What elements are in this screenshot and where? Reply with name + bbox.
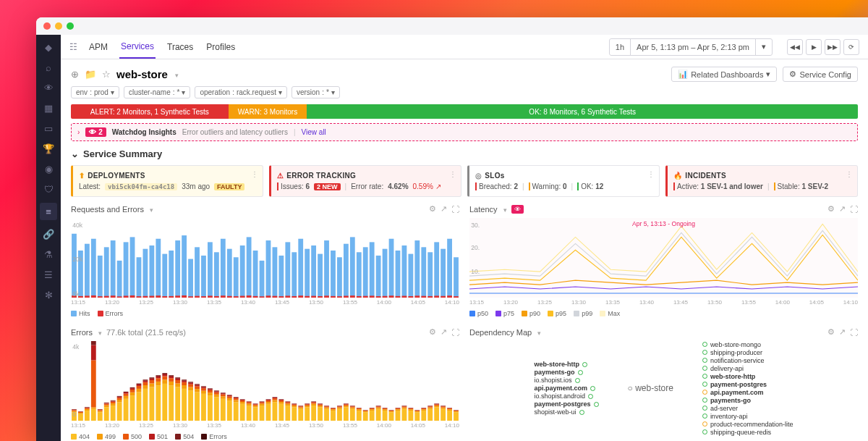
svg-rect-67 [117, 296, 122, 298]
svg-rect-231 [201, 387, 206, 388]
trophy-icon[interactable]: 🏆 [42, 142, 55, 155]
time-picker[interactable]: 1h Apr 5, 1:13 pm – Apr 5, 2:13 pm ▾ [609, 38, 773, 56]
svg-rect-416 [441, 406, 446, 407]
fullscreen-icon[interactable]: ⛶ [850, 328, 858, 337]
close-dot[interactable] [43, 22, 51, 30]
svg-rect-4 [98, 256, 103, 298]
svg-rect-148 [98, 412, 103, 421]
link-icon[interactable]: 🔗 [42, 227, 55, 240]
svg-rect-34 [292, 252, 297, 298]
svg-rect-350 [357, 408, 362, 409]
security-icon[interactable]: 🛡 [42, 182, 55, 196]
service-config-button[interactable]: ⚙ Service Config [783, 67, 858, 82]
svg-rect-378 [396, 411, 401, 421]
deployments-card[interactable]: ⬆DEPLOYMENTS ⋮ Latest: vbi5ck04fm-ca4c18… [71, 165, 263, 197]
maximize-dot[interactable] [67, 22, 74, 30]
export-icon[interactable]: ↗ [441, 204, 447, 214]
watchdog-icon[interactable]: 👁 [511, 205, 524, 214]
svg-rect-330 [331, 408, 336, 409]
slo-card[interactable]: ◎SLOs ⋮ Breached: 2 | Warning: 0 | OK: 1… [467, 165, 660, 197]
svg-rect-105 [363, 296, 368, 298]
svg-rect-216 [182, 381, 187, 382]
filter-cluster[interactable]: cluster-name:* ▾ [124, 86, 191, 98]
nav-traces[interactable]: Traces [166, 36, 195, 58]
svg-rect-25 [234, 257, 239, 298]
card-menu-icon[interactable]: ⋮ [251, 170, 258, 178]
time-fwd-icon[interactable]: ▶▶ [825, 39, 841, 55]
svg-rect-159 [111, 403, 116, 406]
service-name: web-store [116, 68, 168, 80]
flask-icon[interactable]: ⚗ [42, 248, 55, 261]
status-ok[interactable]: OK: 8 Monitors, 6 Synthetic Tests [307, 104, 858, 119]
svg-rect-10 [137, 257, 142, 298]
svg-rect-114 [421, 296, 426, 298]
svg-rect-206 [169, 377, 174, 378]
svg-rect-109 [389, 295, 394, 298]
time-refresh-icon[interactable]: ⟳ [843, 39, 859, 55]
svg-rect-287 [273, 397, 278, 398]
infra-icon[interactable]: ▭ [42, 122, 55, 135]
svg-rect-40 [331, 251, 336, 298]
chart-options-icon[interactable]: ⚙ [429, 327, 436, 337]
card-menu-icon[interactable]: ⋮ [449, 170, 456, 178]
time-back-icon[interactable]: ◀◀ [787, 39, 803, 55]
fullscreen-icon[interactable]: ⛶ [451, 205, 459, 214]
svg-rect-33 [285, 242, 290, 298]
svg-rect-348 [357, 411, 362, 421]
status-warn[interactable]: WARN: 3 Monitors [229, 104, 307, 119]
apm-icon[interactable]: ≡ [40, 203, 57, 220]
export-icon[interactable]: ↗ [441, 327, 447, 337]
binoculars-icon[interactable]: 👁 [42, 81, 55, 94]
svg-rect-263 [247, 406, 252, 421]
svg-rect-55 [427, 252, 433, 298]
chart-options-icon[interactable]: ⚙ [827, 327, 835, 337]
error-tracking-card[interactable]: ⚠ERROR TRACKING ⋮ Issues: 6 2 NEW | Erro… [269, 165, 461, 197]
filter-icon[interactable]: ☷ [69, 42, 77, 52]
export-icon[interactable]: ↗ [839, 204, 846, 214]
svg-rect-421 [447, 408, 452, 408]
svg-rect-161 [111, 401, 116, 402]
status-alert[interactable]: ALERT: 2 Monitors, 1 Synthetic Tests [71, 104, 229, 119]
logo-icon[interactable]: ◆ [42, 41, 55, 54]
svg-rect-23 [221, 239, 226, 298]
nav-services[interactable]: Services [119, 35, 156, 59]
svg-rect-418 [447, 411, 452, 421]
svg-rect-167 [117, 396, 122, 397]
card-menu-icon[interactable]: ⋮ [647, 170, 655, 178]
chart-options-icon[interactable]: ⚙ [827, 204, 835, 214]
svg-rect-390 [408, 408, 413, 409]
rum-icon[interactable]: ☰ [42, 268, 55, 281]
svg-rect-39 [324, 240, 329, 298]
svg-rect-171 [124, 392, 129, 394]
fullscreen-icon[interactable]: ⛶ [451, 328, 459, 337]
minimize-dot[interactable] [55, 22, 62, 30]
nav-apm[interactable]: APM [88, 36, 109, 58]
dep-center-node[interactable]: ○ web-store [628, 383, 673, 393]
filter-operation[interactable]: operation:rack.request ▾ [195, 86, 287, 98]
service-dropdown[interactable] [174, 69, 179, 80]
dashboard-icon[interactable]: ▦ [42, 101, 55, 114]
svg-rect-385 [402, 406, 407, 407]
chart-options-icon[interactable]: ⚙ [429, 204, 436, 214]
svg-rect-56 [434, 242, 439, 298]
search-icon[interactable]: ⌕ [42, 61, 55, 74]
fullscreen-icon[interactable]: ⛶ [850, 205, 858, 214]
svg-rect-169 [124, 396, 129, 399]
bug-icon[interactable]: ✻ [42, 288, 55, 301]
export-icon[interactable]: ↗ [839, 327, 846, 337]
incidents-card[interactable]: 🔥INCIDENTS ⋮ Active: 1 SEV-1 and lower |… [665, 165, 858, 197]
svg-rect-423 [454, 412, 459, 421]
time-play-icon[interactable]: ▶ [806, 39, 822, 55]
star-icon[interactable]: ☆ [102, 69, 111, 80]
monitor-icon[interactable]: ◉ [42, 162, 55, 175]
filter-env[interactable]: env:prod ▾ [71, 86, 119, 98]
filter-version[interactable]: version:* ▾ [292, 86, 340, 98]
svg-rect-96 [305, 296, 310, 298]
nav-profiles[interactable]: Profiles [205, 36, 237, 58]
svg-rect-274 [260, 404, 265, 406]
svg-rect-29 [260, 261, 265, 298]
card-menu-icon[interactable]: ⋮ [846, 170, 853, 178]
watchdog-viewall-link[interactable]: View all [302, 128, 326, 136]
related-dashboards-button[interactable]: 📊 Related Dashboards ▾ [671, 67, 777, 82]
requests-errors-chart: Requests and Errors⚙↗⛶ 40k20k0k 13:1513:… [71, 204, 459, 317]
